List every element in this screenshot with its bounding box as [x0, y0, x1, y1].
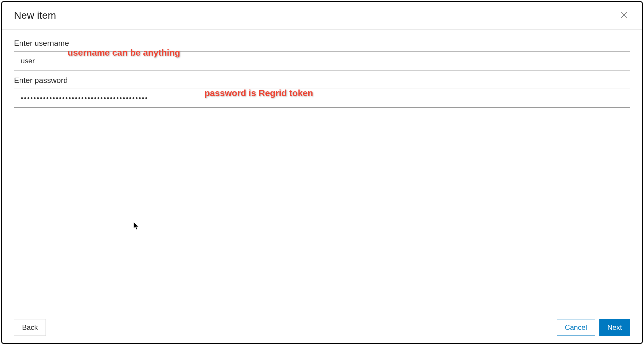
new-item-dialog: New item Enter username Enter password u… — [1, 1, 643, 344]
password-field-group: Enter password — [14, 76, 630, 108]
password-input[interactable] — [14, 89, 630, 108]
next-button[interactable]: Next — [599, 319, 630, 336]
dialog-title: New item — [14, 10, 56, 21]
footer-left: Back — [14, 319, 46, 336]
username-field-group: Enter username — [14, 39, 630, 70]
dialog-footer: Back Cancel Next — [2, 313, 642, 343]
dialog-body: Enter username Enter password username c… — [2, 30, 642, 313]
dialog-header: New item — [2, 2, 642, 30]
close-button[interactable] — [618, 9, 630, 21]
password-label: Enter password — [14, 76, 630, 85]
back-button[interactable]: Back — [14, 319, 46, 336]
cancel-button[interactable]: Cancel — [557, 319, 595, 336]
cursor-icon — [133, 222, 140, 232]
close-icon — [620, 11, 628, 20]
username-label: Enter username — [14, 39, 630, 48]
username-input[interactable] — [14, 51, 630, 70]
footer-right: Cancel Next — [557, 319, 630, 336]
